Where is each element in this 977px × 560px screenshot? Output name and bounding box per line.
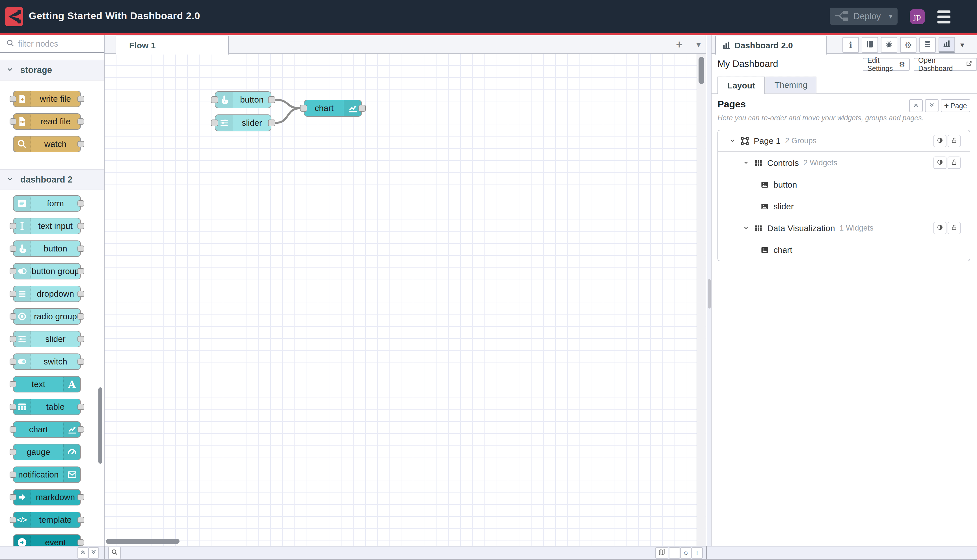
navigator-map-button[interactable] bbox=[655, 547, 668, 558]
filter-nodes-input[interactable] bbox=[18, 39, 97, 48]
tree-row-controls[interactable]: Controls 2 Widgets bbox=[718, 152, 970, 174]
bottom-edge bbox=[0, 559, 977, 560]
dashboard-panel: My Dashboard Edit Settings ⚙ Open Dashbo… bbox=[711, 54, 977, 546]
pages-hint: Here you can re-order and move your widg… bbox=[718, 114, 924, 122]
flow-node-chart[interactable]: chart bbox=[304, 100, 362, 117]
flow-canvas[interactable]: button slider chart bbox=[105, 54, 706, 546]
magnifier-icon bbox=[13, 137, 30, 152]
chevron-down-icon[interactable] bbox=[742, 159, 750, 167]
sidebar-scrollbar[interactable] bbox=[708, 279, 711, 308]
widget-image-icon bbox=[760, 245, 770, 255]
visibility-button[interactable] bbox=[934, 135, 947, 147]
palette-collapse-all-button[interactable] bbox=[77, 547, 88, 558]
dashboard-title: My Dashboard bbox=[718, 58, 778, 69]
unlock-icon bbox=[950, 158, 958, 167]
gauge-icon bbox=[63, 445, 80, 460]
tab-flow-1[interactable]: Flow 1 bbox=[115, 36, 229, 55]
category-dashboard2[interactable]: dashboard 2 bbox=[0, 169, 104, 190]
tree-row-button[interactable]: button bbox=[718, 174, 970, 195]
chevron-down-icon[interactable] bbox=[742, 224, 750, 233]
palette-node-radio-group[interactable]: radio group bbox=[13, 308, 81, 325]
unlock-button[interactable] bbox=[948, 135, 960, 147]
deploy-caret-icon[interactable]: ▾ bbox=[889, 12, 892, 21]
unlock-button[interactable] bbox=[948, 222, 960, 234]
palette-node-read-file[interactable]: read file bbox=[13, 113, 81, 130]
config-tab-button[interactable]: ⚙ bbox=[900, 37, 917, 53]
tab-dashboard-2[interactable]: Dashboard 2.0 bbox=[715, 36, 827, 55]
palette-node-table[interactable]: table bbox=[13, 399, 81, 415]
deploy-button[interactable]: Deploy ▾ bbox=[830, 8, 898, 25]
info-tab-button[interactable]: i bbox=[842, 37, 859, 53]
tree-row-data-visualization[interactable]: Data Visualization 1 Widgets bbox=[718, 217, 970, 239]
double-chevron-up-icon bbox=[912, 102, 919, 110]
wires bbox=[105, 54, 706, 546]
add-flow-button[interactable]: + bbox=[673, 38, 686, 51]
palette-node-slider[interactable]: slider bbox=[13, 331, 81, 347]
open-dashboard-button[interactable]: Open Dashboard bbox=[914, 58, 977, 71]
page-icon bbox=[740, 136, 750, 146]
dashboard-tab-button[interactable] bbox=[939, 37, 955, 53]
chevron-down-icon[interactable] bbox=[729, 137, 736, 145]
zoom-in-button[interactable]: + bbox=[691, 547, 703, 558]
palette-expand-all-button[interactable] bbox=[88, 547, 99, 558]
zoom-out-button[interactable]: − bbox=[669, 547, 680, 558]
palette-node-form[interactable]: form bbox=[13, 195, 81, 212]
category-label: storage bbox=[20, 65, 52, 75]
help-tab-button[interactable] bbox=[862, 37, 878, 53]
palette-node-template[interactable]: </> template bbox=[13, 512, 81, 528]
form-icon bbox=[13, 196, 30, 211]
unlock-button[interactable] bbox=[948, 157, 960, 169]
flow-node-slider[interactable]: slider bbox=[215, 115, 271, 132]
chart-bar-icon bbox=[942, 39, 951, 50]
collapse-all-button[interactable] bbox=[909, 99, 923, 112]
tab-layout[interactable]: Layout bbox=[718, 77, 765, 94]
palette-node-button[interactable]: button bbox=[13, 240, 81, 257]
group-grid-icon bbox=[754, 158, 763, 168]
sidebar-divider[interactable] bbox=[707, 35, 711, 546]
canvas-vertical-scrollbar[interactable] bbox=[698, 57, 704, 84]
sidebar-tabbar: Dashboard 2.0 i ⚙ ▾ bbox=[711, 35, 977, 54]
tree-row-slider[interactable]: slider bbox=[718, 195, 970, 217]
unlock-icon bbox=[950, 137, 958, 145]
edit-settings-button[interactable]: Edit Settings ⚙ bbox=[863, 58, 910, 71]
menu-button[interactable] bbox=[937, 10, 950, 23]
flow-node-button[interactable]: button bbox=[215, 91, 271, 108]
layout-theming-tabs: Layout Theming bbox=[711, 77, 977, 93]
palette-node-chart[interactable]: chart bbox=[13, 421, 81, 438]
zoom-reset-button[interactable]: ○ bbox=[680, 547, 691, 558]
tree-row-page1[interactable]: Page 1 2 Groups bbox=[718, 130, 970, 152]
palette-node-text[interactable]: A text bbox=[13, 376, 81, 392]
node-red-logo-icon bbox=[5, 7, 23, 26]
visibility-button[interactable] bbox=[934, 222, 947, 234]
sidebar-caret-icon[interactable]: ▾ bbox=[960, 40, 964, 50]
avatar[interactable]: jp bbox=[910, 9, 925, 24]
status-bar: − ○ + bbox=[0, 546, 977, 559]
map-icon bbox=[658, 548, 665, 558]
node-red-editor: Getting Started With Dashboard 2.0 Deplo… bbox=[0, 0, 977, 560]
eye-icon bbox=[936, 137, 944, 145]
palette-node-watch[interactable]: watch bbox=[13, 136, 81, 152]
palette-node-gauge[interactable]: gauge bbox=[13, 444, 81, 460]
workspace: Flow 1 + ▾ button slider chart bbox=[105, 35, 706, 546]
palette-node-event[interactable]: event bbox=[13, 534, 81, 546]
add-page-button[interactable]: +Page bbox=[941, 99, 970, 112]
letter-a-icon: A bbox=[63, 377, 80, 392]
palette-node-text-input[interactable]: text input bbox=[13, 218, 81, 234]
palette-node-notification[interactable]: notification bbox=[13, 467, 81, 483]
palette-scrollbar[interactable] bbox=[99, 387, 102, 463]
tab-theming[interactable]: Theming bbox=[765, 77, 817, 93]
category-storage[interactable]: storage bbox=[0, 60, 104, 80]
canvas-search-button[interactable] bbox=[108, 547, 121, 559]
palette-node-switch[interactable]: switch bbox=[13, 353, 81, 370]
flow-list-caret-icon[interactable]: ▾ bbox=[692, 38, 705, 51]
tree-row-chart[interactable]: chart bbox=[718, 239, 970, 261]
palette-node-button-group[interactable]: button group bbox=[13, 263, 81, 280]
debug-tab-button[interactable] bbox=[881, 37, 897, 53]
expand-all-button[interactable] bbox=[925, 99, 939, 112]
palette-node-write-file[interactable]: write file bbox=[13, 91, 81, 107]
palette-node-markdown[interactable]: markdown bbox=[13, 489, 81, 505]
palette-node-dropdown[interactable]: dropdown bbox=[13, 286, 81, 302]
canvas-horizontal-scrollbar[interactable] bbox=[106, 539, 180, 544]
context-tab-button[interactable] bbox=[919, 37, 936, 53]
visibility-button[interactable] bbox=[934, 157, 947, 169]
